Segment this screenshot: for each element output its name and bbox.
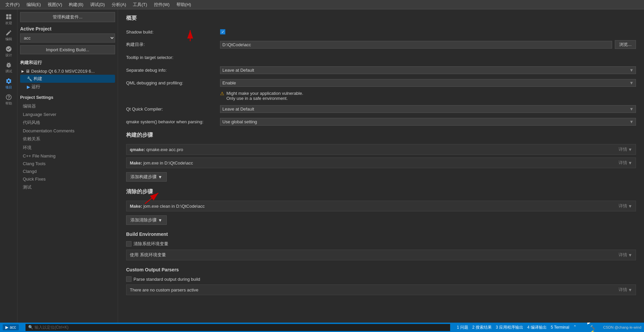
app-output-tab[interactable]: 3 应用程序输出 <box>496 325 523 330</box>
env-detail-arrow-icon: ▼ <box>628 253 632 258</box>
parse-std-output-row: Parse standard output during build <box>126 276 636 282</box>
settings-quick-fixes[interactable]: Quick Fixes <box>20 175 115 183</box>
compile-output-tab[interactable]: 4 编译输出 <box>527 325 547 330</box>
add-clean-step-button[interactable]: 添加清除步骤 ▼ <box>126 215 167 225</box>
build-item[interactable]: 🔧 构建 <box>20 75 115 83</box>
qmake-step-value: qmake.exe acc.pro <box>146 147 183 152</box>
separate-debug-text: Leave at Default <box>222 68 254 73</box>
sidebar-welcome-label: 欢迎 <box>5 21 12 25</box>
right-panel: 概要 Shadow build: 构建目录: 浏览... Tooltip in … <box>118 9 644 323</box>
sidebar-help-label: 帮助 <box>5 101 12 106</box>
warning-line2: Only use in a safe environment. <box>226 96 303 101</box>
tooltip-label: Tooltip in target selector: <box>126 55 220 60</box>
desktop-qt-item[interactable]: ▶ 🖥 Desktop Qt 6.7.0 MSVC2019 6... <box>20 68 115 75</box>
sidebar-item-help[interactable]: 帮助 <box>1 92 16 107</box>
settings-editor[interactable]: 编辑器 <box>20 102 115 111</box>
settings-clangd[interactable]: Clangd <box>20 168 115 175</box>
qml-debug-select[interactable]: Enable ▼ <box>220 79 636 87</box>
svg-rect-3 <box>9 17 11 19</box>
sidebar-item-edit[interactable]: 编辑 <box>1 28 16 43</box>
qml-debug-text: Enable <box>222 80 236 85</box>
settings-doc-comments[interactable]: Documentation Comments <box>20 127 115 135</box>
qt-quick-select[interactable]: Leave at Default ▼ <box>220 105 636 113</box>
settings-dependencies[interactable]: 依赖关系 <box>20 135 115 143</box>
menu-analyze[interactable]: 分析(A) <box>109 1 129 9</box>
qmake-detail-button[interactable]: 详情 ▼ <box>619 146 632 152</box>
build-steps-title: 构建的步骤 <box>126 132 636 140</box>
location-bar: 🔍 输入以定位(Ctrl+K) <box>25 324 450 331</box>
clear-env-row: 清除系统环境变量 <box>126 241 636 247</box>
settings-code-style[interactable]: 代码风格 <box>20 118 115 127</box>
build-label: 构建 <box>34 76 42 82</box>
clean-make-step-text: Make: jom.exe clean in D:\QtCode\acc <box>130 204 619 209</box>
no-parsers-row: There are no custom parsers active 详情 ▼ <box>126 284 636 295</box>
qmake-behavior-text: Use global setting <box>222 119 257 124</box>
qmake-step-text: qmake: qmake.exe acc.pro <box>130 147 619 152</box>
build-env-divider: Build Environment <box>126 231 636 237</box>
settings-language-server[interactable]: Language Server <box>20 111 115 118</box>
build-steps-divider: 构建的步骤 <box>126 132 636 140</box>
menu-debug[interactable]: 调试(D) <box>88 1 108 9</box>
separate-debug-label: Separate debug info: <box>126 68 220 73</box>
sidebar-item-welcome[interactable]: 欢迎 <box>1 12 16 27</box>
sidebar-item-project[interactable]: 项目 <box>1 76 16 91</box>
manage-kits-button[interactable]: 管理构建套件... <box>20 12 115 22</box>
run-item[interactable]: ▶ 运行 <box>20 83 115 91</box>
status-bar: ▶ 5 Terminal acc 🔍 输入以定位(Ctrl+K) 1 问题 2 … <box>0 323 644 332</box>
sidebar-project-label: 项目 <box>5 85 12 90</box>
add-build-step-label: 添加构建步骤 <box>130 174 157 180</box>
menu-build[interactable]: 构建(B) <box>66 1 86 9</box>
env-detail-button[interactable]: 详情 ▼ <box>619 252 632 258</box>
menu-view[interactable]: 视图(V) <box>45 1 65 9</box>
make-detail-label: 详情 <box>619 160 627 166</box>
make-detail-button[interactable]: 详情 ▼ <box>619 160 632 166</box>
clean-make-bold: Make: <box>130 204 142 209</box>
menu-tools[interactable]: 工具(T) <box>130 1 150 9</box>
qt-quick-text: Leave at Default <box>222 107 254 112</box>
expand-icon: ⌃ <box>573 325 577 330</box>
warning-line1: Might make your application vulnerable. <box>226 91 303 96</box>
left-panel: 管理构建套件... Active Project acc Import Exis… <box>17 9 118 323</box>
clean-detail-button[interactable]: 详情 ▼ <box>619 203 632 209</box>
use-env-row: 使用 系统环境变量 详情 ▼ <box>126 250 636 260</box>
make-step-row: Make: jom.exe in D:\QtCode\acc 详情 ▼ <box>126 157 636 168</box>
build-run-title: 构建和运行 <box>20 60 115 66</box>
import-build-button[interactable]: Import Existing Build... <box>20 45 115 54</box>
qmake-behavior-row: qmake system() behavior when parsing: Us… <box>126 117 636 126</box>
menu-help[interactable]: 帮助(H) <box>174 1 194 9</box>
add-build-step-button[interactable]: 添加构建步骤 ▼ <box>126 172 167 182</box>
browse-button[interactable]: 浏览... <box>615 40 636 49</box>
menu-edit[interactable]: 编辑(E) <box>24 1 44 9</box>
warning-text: Might make your application vulnerable. … <box>226 91 303 101</box>
qt-quick-label: Qt Quick Compiler: <box>126 107 220 112</box>
clean-make-value: jom.exe clean in D:\QtCode\acc <box>143 204 205 209</box>
tooltip-row: Tooltip in target selector: <box>126 53 636 62</box>
build-wrench-icon: 🔧 <box>27 76 32 81</box>
settings-cpp-naming[interactable]: C++ File Naming <box>20 152 115 160</box>
shadow-build-checkbox[interactable] <box>220 29 225 35</box>
build-dir-row: 构建目录: 浏览... <box>126 40 636 49</box>
qmake-arrow-icon: ▼ <box>629 119 634 124</box>
settings-test[interactable]: 测试 <box>20 183 115 192</box>
sidebar-item-debug[interactable]: 调试 <box>1 60 16 75</box>
problems-tab[interactable]: 1 问题 <box>457 325 468 330</box>
icon-sidebar: 欢迎 编辑 设计 调试 项目 帮助 <box>0 9 17 323</box>
search-results-tab[interactable]: 2 搜索结果 <box>472 325 492 330</box>
parse-std-checkbox[interactable] <box>126 276 131 282</box>
terminal-tab[interactable]: 5 Terminal <box>551 325 569 330</box>
make-detail-arrow-icon: ▼ <box>628 160 632 165</box>
qmake-behavior-select[interactable]: Use global setting ▼ <box>220 118 636 126</box>
clear-env-checkbox[interactable] <box>126 241 131 247</box>
settings-clang-tools[interactable]: Clang Tools <box>20 160 115 168</box>
output-tabs: 1 问题 2 搜索结果 3 应用程序输出 4 编译输出 5 Terminal ⌃ <box>457 325 577 330</box>
build-action-btn[interactable]: 🔨 <box>590 325 595 330</box>
settings-environment[interactable]: 环境 <box>20 143 115 152</box>
build-dir-input[interactable] <box>220 41 612 49</box>
separate-debug-select[interactable]: Leave at Default ▼ <box>220 66 636 74</box>
menu-controls[interactable]: 控件(W) <box>151 1 172 9</box>
parsers-detail-button[interactable]: 详情 ▼ <box>619 287 632 293</box>
terminal-action-btn[interactable]: ⚡ <box>590 330 595 332</box>
sidebar-item-design[interactable]: 设计 <box>1 44 16 59</box>
project-dropdown[interactable]: acc <box>20 34 115 43</box>
menu-file[interactable]: 文件(F) <box>3 1 22 9</box>
